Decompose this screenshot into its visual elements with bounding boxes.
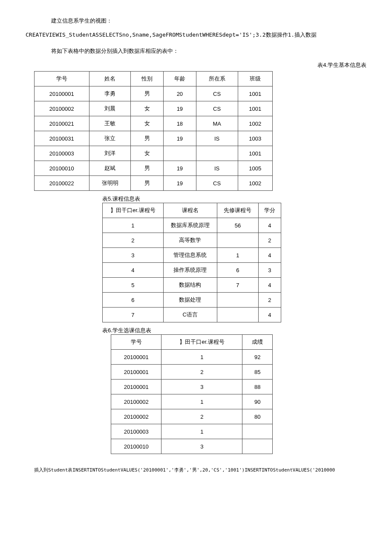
cell: 赵斌 (89, 161, 131, 176)
table-row: 2高等数学2 (103, 233, 281, 248)
column-header: 学号 (111, 335, 161, 350)
cell: CS (196, 101, 238, 116)
cell: 19 (164, 101, 196, 116)
column-header: 】田干口er.课程号 (161, 335, 242, 350)
cell: 4 (258, 308, 281, 322)
cell: 1 (161, 350, 242, 365)
table6-caption: 表6.学生选课信息表 (102, 327, 366, 334)
cell: 20100001 (111, 365, 161, 380)
cell: 1005 (238, 161, 272, 176)
table-row: 20100001李勇男20CS1001 (35, 86, 273, 101)
table-row: 201000103 (111, 439, 273, 454)
column-header: 学分 (258, 203, 281, 218)
cell (217, 308, 258, 322)
footer-code: 插入到Student表INSERTINTOStudentVALUES('2010… (34, 467, 366, 473)
cell: 6 (103, 293, 164, 308)
cell: 女 (131, 146, 164, 161)
cell: 3 (258, 263, 281, 278)
cell: 1 (161, 424, 242, 439)
cell: 1 (217, 248, 258, 263)
cell: 刘洋 (89, 146, 131, 161)
cell: 数据处理 (163, 293, 217, 308)
table5-caption: 表5.课程信息表 (102, 195, 366, 203)
cell: 20100002 (111, 409, 161, 424)
cell: 管理信息系统 (163, 248, 217, 263)
cell (164, 146, 196, 161)
table-students: 学号姓名性别年龄所在系班级 20100001李勇男20CS10012010000… (34, 71, 273, 191)
column-header: 成绩 (242, 335, 273, 350)
table-row: 201000031 (111, 424, 273, 439)
table-row: 20100002刘晨女19CS1001 (35, 101, 273, 116)
table-row: 20100001285 (111, 365, 273, 380)
column-header: 先修课程号 (217, 203, 258, 218)
cell: 20100002 (111, 394, 161, 409)
table-sc: 学号】田干口er.课程号成绩 2010000119220100001285201… (111, 334, 273, 454)
cell: 18 (164, 116, 196, 131)
cell: CS (196, 176, 238, 191)
cell: 2 (161, 365, 242, 380)
column-header: 课程名 (163, 203, 217, 218)
cell: 数据结构 (163, 278, 217, 293)
cell: 1003 (238, 131, 272, 146)
table-row: 6数据处理2 (103, 293, 281, 308)
table-row: 1数据库系统原理564 (103, 218, 281, 233)
cell: 20100002 (35, 101, 89, 116)
cell: 1001 (238, 146, 272, 161)
column-header: 性别 (131, 72, 164, 86)
cell: IS (196, 131, 238, 146)
cell: 女 (131, 116, 164, 131)
cell: 80 (242, 409, 273, 424)
cell: 男 (131, 131, 164, 146)
cell: 1002 (238, 176, 272, 191)
cell: 20100003 (35, 146, 89, 161)
table-row: 20100031张立男19IS1003 (35, 131, 273, 146)
table-row: 7C语言4 (103, 308, 281, 322)
table-row: 4操作系统原理63 (103, 263, 281, 278)
cell: 2 (103, 233, 164, 248)
cell: 88 (242, 380, 273, 394)
paragraph-1: 建立信息系学生的视图： (51, 17, 366, 25)
cell: IS (196, 161, 238, 176)
paragraph-2: 将如下表格中的数据分别插入到数据库相应的表中： (51, 47, 366, 55)
column-header: 姓名 (89, 72, 131, 86)
cell (196, 146, 238, 161)
cell: 20100001 (111, 380, 161, 394)
cell: CS (196, 86, 238, 101)
table-row: 20100001192 (111, 350, 273, 365)
cell: C语言 (163, 308, 217, 322)
table-row: 20100002190 (111, 394, 273, 409)
cell: 2 (258, 293, 281, 308)
cell: 90 (242, 394, 273, 409)
cell: 3 (103, 248, 164, 263)
cell: 92 (242, 350, 273, 365)
cell: 1 (161, 394, 242, 409)
cell: 4 (103, 263, 164, 278)
column-header: 所在系 (196, 72, 238, 86)
table-row: 20100001388 (111, 380, 273, 394)
cell: 4 (258, 218, 281, 233)
cell: 19 (164, 176, 196, 191)
code-line-1: CREATEVIEWIS_StudentASSELECTSno,Sname,Sa… (26, 31, 366, 39)
cell: 李勇 (89, 86, 131, 101)
cell: 20100001 (111, 350, 161, 365)
cell: 5 (103, 278, 164, 293)
cell: 数据库系统原理 (163, 218, 217, 233)
cell: 20100010 (111, 439, 161, 454)
cell: 3 (161, 439, 242, 454)
cell: 7 (217, 278, 258, 293)
cell: 4 (258, 248, 281, 263)
table-row: 20100003刘洋女1001 (35, 146, 273, 161)
cell (242, 424, 273, 439)
cell: 张明明 (89, 176, 131, 191)
cell: 2 (161, 409, 242, 424)
cell: 3 (161, 380, 242, 394)
column-header: 年龄 (164, 72, 196, 86)
table4-caption: 表4.学生基本信息表 (26, 61, 366, 69)
column-header: 】田干口er.课程号 (103, 203, 164, 218)
table-row: 20100002280 (111, 409, 273, 424)
table-row: 20100010赵斌男19IS1005 (35, 161, 273, 176)
column-header: 学号 (35, 72, 89, 86)
table-row: 5数据结构74 (103, 278, 281, 293)
cell: 女 (131, 101, 164, 116)
cell: 85 (242, 365, 273, 380)
